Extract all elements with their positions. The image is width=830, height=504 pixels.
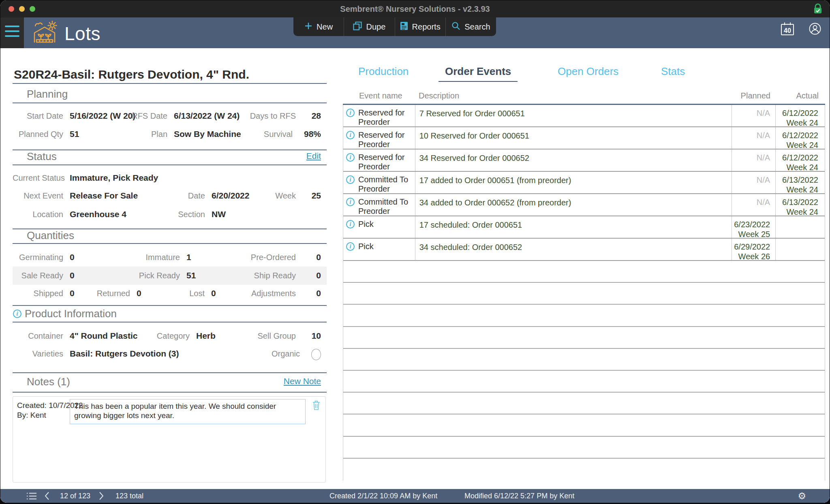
container-value: 4" Round Plastic <box>70 330 138 342</box>
user-account-button[interactable] <box>809 22 821 37</box>
section-label: Section <box>150 208 205 220</box>
column-header-actual: Actual <box>776 91 825 104</box>
app-header: Lots New Dupe Reports <box>0 17 830 48</box>
tab-production[interactable]: Production <box>358 65 409 78</box>
info-icon[interactable]: i <box>346 109 355 117</box>
empty-row <box>343 327 825 349</box>
event-row[interactable]: iReserved for Preorder 34 Reserved for O… <box>343 149 825 172</box>
reports-button-label: Reports <box>412 22 441 32</box>
notes-section-heading: Notes (1) <box>13 372 327 393</box>
days-to-rfs-value: 28 <box>307 110 321 122</box>
settings-gear-button[interactable]: ⚙ <box>798 489 806 503</box>
page-brand: Lots <box>31 21 101 47</box>
event-row[interactable]: iPick 34 scheduled: Order 000652 6/29/20… <box>343 239 825 261</box>
event-description: 17 scheduled: Order 000651 <box>415 216 732 238</box>
germinating-value: 0 <box>70 251 75 263</box>
search-button[interactable]: Search <box>445 17 496 36</box>
start-date-label: Start Date <box>13 110 63 122</box>
duplicate-icon <box>353 21 362 32</box>
event-description: 7 Reserved for Order 000651 <box>415 105 732 126</box>
event-description: 17 added to Order 000651 (from preorder) <box>415 172 732 193</box>
events-table-header: Event name Description Planned Actual <box>343 88 825 105</box>
event-row[interactable]: iPick 17 scheduled: Order 000651 6/23/20… <box>343 216 825 239</box>
greenhouse-icon <box>31 21 58 47</box>
germinating-label: Germinating <box>13 251 63 263</box>
column-header-event-name: Event name <box>343 91 415 104</box>
event-name: Pick <box>358 220 374 229</box>
previous-record-button[interactable] <box>44 489 49 503</box>
delete-note-button[interactable] <box>312 400 321 412</box>
reports-button[interactable]: Reports <box>395 17 445 36</box>
edit-status-link[interactable]: Edit <box>306 151 321 161</box>
event-row[interactable]: iReserved for Preorder 10 Reserved for O… <box>343 127 825 149</box>
rfs-date-value: 6/13/2022 (W 24) <box>174 110 240 122</box>
category-label: Category <box>146 330 190 342</box>
new-button[interactable]: New <box>293 17 344 36</box>
search-icon <box>451 21 460 32</box>
calendar-badge: 40 <box>784 27 791 34</box>
info-icon[interactable]: i <box>346 242 355 251</box>
next-event-date-value: 6/20/2022 <box>212 190 249 202</box>
empty-row <box>343 437 825 459</box>
immature-label: Immature <box>136 251 180 263</box>
week-value: 25 <box>307 190 321 202</box>
event-description: 34 added to Order 000652 (from preorder) <box>415 194 732 216</box>
empty-row <box>343 349 825 371</box>
event-actual: 6/12/2022Week 24 <box>775 105 825 126</box>
note-text-input[interactable]: This has been a popular item this year. … <box>70 399 306 424</box>
organic-checkbox[interactable] <box>311 349 321 360</box>
plan-value: Sow By Machine <box>174 128 241 140</box>
sale-ready-value: 0 <box>70 269 75 282</box>
report-icon <box>400 21 408 32</box>
planned-qty-value: 51 <box>70 128 79 140</box>
info-icon[interactable]: i <box>346 198 355 206</box>
event-planned: 6/29/2022Week 26 <box>732 239 775 260</box>
info-icon[interactable]: i <box>346 220 355 229</box>
list-view-button[interactable] <box>26 489 37 503</box>
event-row[interactable]: iReserved for Preorder 7 Reserved for Or… <box>343 105 825 127</box>
dupe-button[interactable]: Dupe <box>344 17 394 36</box>
event-name: Pick <box>358 242 374 251</box>
location-label: Location <box>13 208 63 220</box>
new-note-link[interactable]: New Note <box>284 376 321 386</box>
event-row[interactable]: iCommitted To Preorder 34 added to Order… <box>343 194 825 216</box>
hamburger-menu-button[interactable] <box>0 17 24 48</box>
tab-order-events[interactable]: Order Events <box>439 65 518 82</box>
next-record-button[interactable] <box>99 489 104 503</box>
status-section: Current Status Immature, Pick Ready Next… <box>13 165 327 229</box>
event-description: 34 scheduled: Order 000652 <box>415 239 732 260</box>
event-planned: N/A <box>732 105 775 126</box>
calendar-week-button[interactable]: 40 <box>780 21 795 38</box>
info-icon[interactable]: i <box>346 153 355 162</box>
info-icon[interactable]: i <box>346 131 355 139</box>
info-icon[interactable]: i <box>13 310 21 318</box>
lost-value: 0 <box>211 287 216 299</box>
pre-ordered-value: 0 <box>307 251 321 263</box>
lost-label: Lost <box>171 287 205 299</box>
adjustments-value: 0 <box>307 287 321 299</box>
pre-ordered-label: Pre-Ordered <box>251 251 296 263</box>
event-row[interactable]: iCommitted To Preorder 17 added to Order… <box>343 172 825 194</box>
section-value: NW <box>212 208 226 220</box>
record-total: 123 total <box>116 489 143 503</box>
event-planned: N/A <box>732 127 775 149</box>
status-bar: 12 of 123 123 total Created 2/1/22 10:09… <box>0 489 830 503</box>
event-actual <box>775 216 825 238</box>
returned-label: Returned <box>88 287 130 299</box>
page-title: Lots <box>64 23 101 45</box>
rfs-date-label: RFS Date <box>122 110 167 122</box>
info-icon[interactable]: i <box>346 175 355 184</box>
sale-ready-label: Sale Ready <box>13 269 63 282</box>
pick-ready-value: 51 <box>186 269 196 282</box>
event-name: Committed To Preorder <box>358 175 415 194</box>
event-name: Committed To Preorder <box>358 197 415 216</box>
product-info-section: Container 4" Round Plastic Category Herb… <box>13 322 327 373</box>
event-actual: 6/12/2022Week 24 <box>775 149 825 171</box>
tab-open-orders[interactable]: Open Orders <box>558 65 618 78</box>
column-header-planned: Planned <box>732 91 776 104</box>
event-description: 10 Reserved for Order 000651 <box>415 127 732 149</box>
tab-stats[interactable]: Stats <box>661 65 685 78</box>
varieties-value: Basil: Rutgers Devotion (3) <box>70 348 179 360</box>
next-event-label: Next Event <box>13 190 63 202</box>
status-section-heading: Status <box>13 149 327 165</box>
